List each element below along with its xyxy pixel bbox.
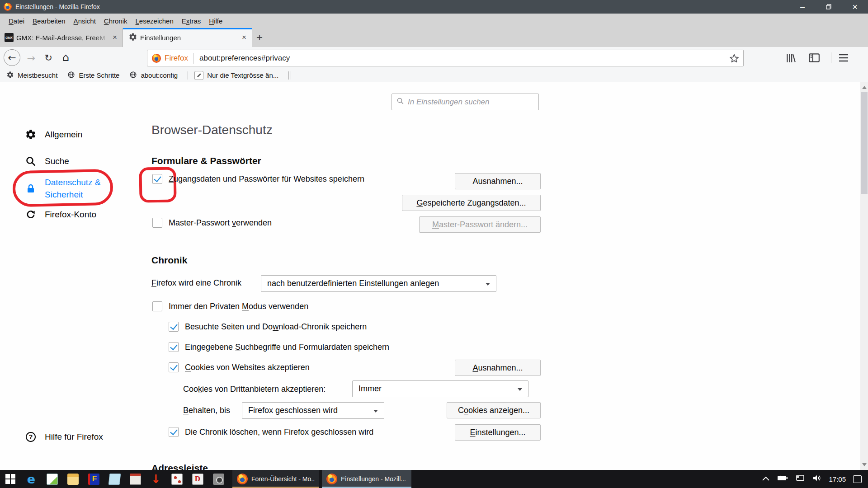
taskbar-icon-cards[interactable]: [166, 470, 187, 488]
tab-einstellungen-label: Einstellungen: [140, 34, 237, 42]
private-mode-row: Immer den Privaten Modus verwenden: [152, 301, 308, 311]
tab-einstellungen-close-icon[interactable]: ×: [240, 33, 248, 42]
tab-gmx-close-icon[interactable]: ×: [111, 33, 119, 42]
forward-button[interactable]: →: [24, 52, 38, 64]
sidebar-item-allgemein[interactable]: Allgemein: [25, 129, 82, 141]
scrollbar-thumb[interactable]: [861, 92, 868, 194]
menu-extras[interactable]: Extras: [178, 15, 205, 27]
taskbar-icon-f-app[interactable]: F: [83, 470, 104, 488]
taskbar-icon-notes[interactable]: [104, 470, 125, 488]
settings-search-input[interactable]: [408, 98, 538, 107]
taskbar-icon-edge[interactable]: e: [21, 470, 42, 488]
tray-chevron-icon[interactable]: [762, 475, 770, 483]
exceptions-button[interactable]: Ausnahmen...: [455, 173, 541, 189]
restore-button[interactable]: [816, 0, 842, 14]
menu-chronik[interactable]: Chronik: [100, 15, 132, 27]
save-logins-checkbox[interactable]: [152, 174, 162, 184]
library-icon[interactable]: [785, 52, 797, 66]
gear-icon: [25, 129, 37, 141]
menu-datei[interactable]: Datei: [5, 15, 28, 27]
scrollbar[interactable]: [860, 82, 868, 470]
window-title: Einstellungen - Mozilla Firefox: [15, 3, 100, 10]
folder-icon: [67, 474, 79, 485]
sidebar-item-firefox-konto[interactable]: Firefox-Konto: [25, 209, 96, 221]
taskbar-icon-d-app[interactable]: D: [187, 470, 208, 488]
new-tab-button[interactable]: +: [252, 28, 267, 47]
remember-history-checkbox[interactable]: [169, 322, 179, 332]
minimize-button[interactable]: –: [789, 0, 816, 14]
keep-until-label: Behalten, bis: [183, 406, 230, 415]
tab-einstellungen[interactable]: Einstellungen ×: [123, 28, 252, 47]
taskbar-window-einstellungen[interactable]: Einstellungen - Mozill...: [322, 470, 411, 488]
clock[interactable]: 17:05: [829, 475, 846, 483]
globe-icon: [129, 71, 137, 80]
remember-forms-checkbox[interactable]: [169, 342, 179, 352]
menu-lesezeichen[interactable]: Lesezeichen: [132, 15, 178, 27]
sidebar-toggle-icon[interactable]: [808, 53, 820, 65]
show-cookies-button[interactable]: Cookies anzeigen...: [447, 402, 541, 418]
accept-cookies-label: Cookies von Websites akzeptieren: [185, 363, 310, 372]
menu-bearbeiten[interactable]: Bearbeiten: [28, 15, 70, 27]
bookmark-textgroesse[interactable]: Nur die Textgrösse än...: [194, 71, 278, 80]
third-party-cookies-select[interactable]: Immer: [352, 380, 528, 397]
tab-bar: GMX GMX: E-Mail-Adresse, FreeM × Einstel…: [0, 28, 868, 47]
action-center-icon[interactable]: [853, 475, 862, 483]
media-app-icon: [130, 474, 141, 485]
taskbar-window-foren[interactable]: Foren-Übersicht - Mo...: [232, 470, 319, 488]
bookmark-about-config[interactable]: about:config: [129, 71, 178, 80]
master-password-checkbox[interactable]: [152, 218, 162, 228]
section-heading-formulare: Formulare & Passwörter: [151, 155, 261, 166]
private-mode-label: Immer den Privaten Modus verwenden: [169, 302, 308, 311]
taskbar-icon-explorer[interactable]: [62, 470, 83, 488]
menu-bar: Datei Bearbeiten Ansicht Chronik Lesezei…: [0, 14, 868, 28]
network-icon[interactable]: [795, 474, 805, 483]
bookmark-erste-schritte[interactable]: Erste Schritte: [67, 71, 119, 80]
sidebar-item-hilfe[interactable]: ? Hilfe für Firefox: [25, 431, 103, 443]
sidebar-item-suche[interactable]: Suche: [25, 155, 69, 167]
battery-icon[interactable]: [777, 475, 788, 483]
tab-gmx[interactable]: GMX GMX: E-Mail-Adresse, FreeM ×: [0, 28, 123, 47]
taskbar-icon-media[interactable]: [125, 470, 146, 488]
private-mode-checkbox[interactable]: [152, 301, 162, 311]
gear-icon: [6, 71, 14, 80]
clear-on-close-checkbox[interactable]: [169, 427, 179, 437]
section-heading-chronik: Chronik: [151, 255, 187, 266]
remember-forms-label: Eingegebene Suchbegriffe und Formulardat…: [185, 343, 389, 352]
scrollbar-down-arrow[interactable]: [862, 463, 867, 466]
accept-cookies-row: Cookies von Websites akzeptieren: [169, 362, 310, 372]
bookmark-star-icon[interactable]: [729, 53, 740, 66]
taskbar-icon-camera[interactable]: [208, 470, 229, 488]
sync-icon: [25, 209, 37, 221]
volume-icon[interactable]: [812, 474, 821, 483]
settings-search-box[interactable]: [392, 94, 539, 110]
pencil-icon: [194, 71, 203, 80]
master-password-row: Master-Passwort verwenden: [152, 218, 272, 228]
close-button[interactable]: ×: [842, 0, 868, 14]
taskbar-icon-notepad[interactable]: [42, 470, 62, 488]
bookmark-separator: [288, 71, 289, 80]
bookmark-meistbesucht[interactable]: Meistbesucht: [6, 71, 57, 80]
url-text[interactable]: about:preferences#privacy: [199, 54, 290, 63]
menu-hilfe[interactable]: Hilfe: [205, 15, 226, 27]
saved-logins-button[interactable]: Gespeicherte Zugangsdaten...: [402, 195, 541, 211]
keep-until-select[interactable]: Firefox geschlossen wird: [242, 402, 384, 419]
reload-button[interactable]: ↻: [42, 52, 55, 64]
gmx-favicon: GMX: [5, 33, 14, 42]
accept-cookies-checkbox[interactable]: [169, 362, 179, 372]
home-button[interactable]: ⌂: [59, 51, 72, 64]
clear-on-close-row: Die Chronik löschen, wenn Firefox geschl…: [169, 427, 373, 437]
third-party-cookies-label: Cookies von Drittanbietern akzeptieren:: [183, 385, 326, 394]
history-mode-select[interactable]: nach benutzerdefinierten Einstellungen a…: [261, 275, 496, 292]
firefox-icon: [237, 474, 248, 484]
clear-settings-button[interactable]: Einstellungen...: [455, 424, 541, 441]
search-icon: [25, 155, 37, 167]
scrollbar-up-arrow[interactable]: [862, 86, 867, 89]
url-bar[interactable]: Firefox about:preferences#privacy: [147, 50, 744, 66]
menu-ansicht[interactable]: Ansicht: [70, 15, 100, 27]
hamburger-menu-icon[interactable]: [838, 53, 849, 64]
taskbar-icon-downloader[interactable]: ↓: [146, 470, 166, 488]
history-mode-label: Firefox wird eine Chronik: [151, 278, 241, 288]
start-button[interactable]: [0, 470, 21, 488]
back-button[interactable]: ←: [4, 49, 20, 66]
cookie-exceptions-button[interactable]: Ausnahmen...: [455, 360, 541, 376]
